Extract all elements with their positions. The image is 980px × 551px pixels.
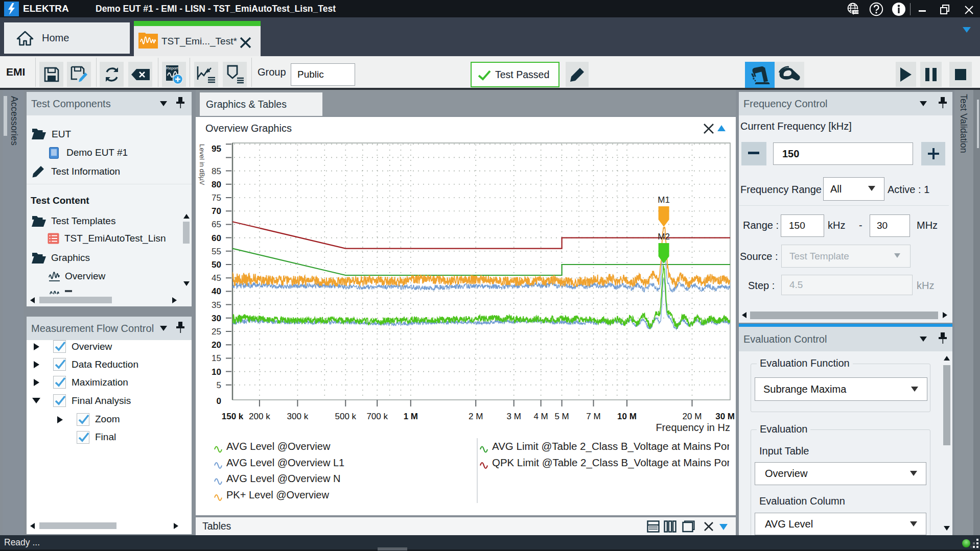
svg-text:5: 5 [217, 380, 221, 390]
svg-text:AVG Limit @Table 2_Class B_Vol: AVG Limit @Table 2_Class B_Voltage at Ma… [492, 441, 733, 452]
svg-text:AVG Level @Overview: AVG Level @Overview [226, 441, 331, 452]
svg-text:4 M: 4 M [533, 412, 548, 421]
svg-text:M2: M2 [658, 232, 670, 242]
svg-text:60: 60 [212, 233, 221, 243]
svg-text:7 M: 7 M [586, 412, 600, 421]
svg-text:65: 65 [212, 220, 221, 229]
svg-text:Level in dBµV: Level in dBµV [198, 144, 206, 185]
svg-text:50: 50 [212, 260, 221, 270]
svg-text:35: 35 [212, 300, 221, 310]
svg-text:30: 30 [212, 314, 221, 323]
svg-text:PK+ Level @Overview: PK+ Level @Overview [226, 489, 329, 500]
svg-text:M1: M1 [658, 195, 670, 205]
svg-text:30 M: 30 M [715, 412, 735, 421]
svg-text:75: 75 [212, 193, 221, 203]
svg-text:QPK Limit @Table 2_Class B_Vol: QPK Limit @Table 2_Class B_Voltage at Ma… [492, 457, 733, 469]
svg-text:40: 40 [212, 286, 221, 296]
svg-text:85: 85 [212, 166, 221, 176]
svg-text:3 M: 3 M [507, 412, 521, 421]
svg-text:95: 95 [212, 144, 221, 154]
svg-text:20: 20 [212, 340, 221, 350]
svg-text:1 M: 1 M [404, 412, 418, 421]
svg-text:45: 45 [212, 273, 221, 283]
svg-text:150 k: 150 k [222, 412, 244, 421]
svg-text:5 M: 5 M [554, 412, 569, 421]
svg-text:700 k: 700 k [366, 412, 388, 421]
svg-text:200 k: 200 k [249, 412, 270, 421]
svg-text:AVG Level @Overview N: AVG Level @Overview N [226, 473, 340, 484]
svg-text:80: 80 [212, 180, 221, 189]
svg-text:300 k: 300 k [287, 412, 309, 421]
svg-text:55: 55 [212, 247, 221, 256]
svg-text:2 M: 2 M [469, 412, 483, 421]
svg-text:AVG Level @Overview L1: AVG Level @Overview L1 [226, 457, 344, 468]
svg-text:15: 15 [212, 353, 221, 363]
svg-text:70: 70 [212, 206, 221, 216]
svg-text:25: 25 [212, 327, 221, 337]
svg-text:Frequency in Hz: Frequency in Hz [656, 422, 730, 433]
svg-text:10 M: 10 M [617, 412, 637, 421]
svg-text:500 k: 500 k [335, 412, 357, 421]
svg-text:10: 10 [212, 367, 221, 377]
svg-text:Report: Report [166, 66, 178, 70]
svg-text:0: 0 [217, 396, 221, 406]
svg-text:20 M: 20 M [683, 412, 702, 421]
